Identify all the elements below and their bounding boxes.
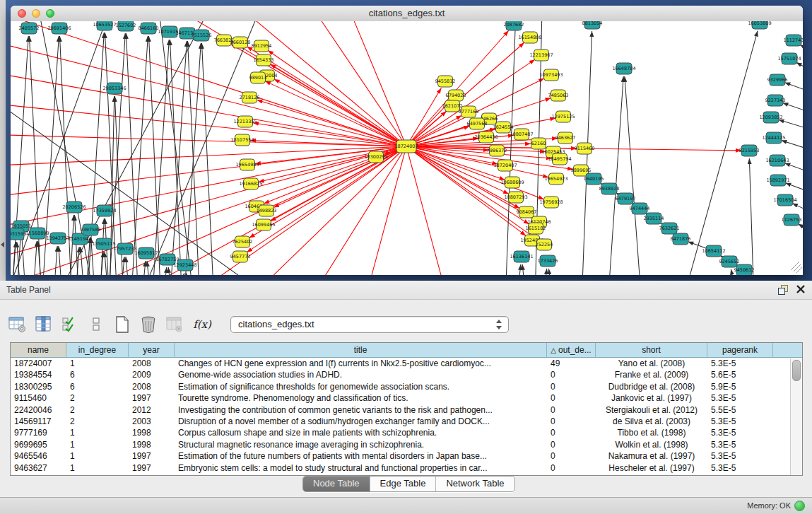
graph-node[interactable]: 12213355 <box>233 116 257 127</box>
graph-node[interactable]: 19654923 <box>544 173 567 185</box>
graph-node[interactable]: 9463627 <box>555 132 576 144</box>
table-row[interactable]: 1872400712008Changes of HCN gene express… <box>11 358 802 369</box>
graph-node[interactable]: 12444125 <box>762 132 785 144</box>
graph-node[interactable]: 9245652 <box>719 256 740 267</box>
graph-node[interactable]: 989013 <box>249 72 267 83</box>
column-header-name[interactable]: name <box>11 343 66 358</box>
graph-node[interactable]: 18107554 <box>230 134 254 146</box>
table-selector-combobox[interactable]: citations_edges.txt <box>230 316 509 333</box>
graph-node[interactable]: 12213967 <box>529 49 553 61</box>
graph-node[interactable]: 6479197 <box>616 193 636 204</box>
graph-node[interactable]: 18724007 <box>394 140 418 153</box>
table-row[interactable]: 1456911722003Disruption of a novel membe… <box>11 416 802 427</box>
network-graph[interactable]: 1872400718300295945581267940231621072977… <box>11 21 803 275</box>
graph-node[interactable]: 2935114 <box>644 213 664 224</box>
graph-node[interactable]: 6497568 <box>467 118 488 129</box>
graph-node[interactable]: 12093852 <box>759 112 782 123</box>
graph-node[interactable]: 1498823 <box>257 205 277 216</box>
graph-node[interactable]: 8912954 <box>252 40 272 52</box>
table-row[interactable]: 1830029562008Estimation of significance … <box>11 381 802 392</box>
graph-node[interactable]: 9457771 <box>230 251 251 262</box>
select-columns-check-icon[interactable] <box>59 314 81 335</box>
table-settings-icon[interactable] <box>7 314 28 335</box>
graph-node[interactable]: 16154808 <box>518 32 541 43</box>
column-header-short[interactable]: short <box>596 343 707 358</box>
table-column-icon[interactable] <box>33 314 54 335</box>
graph-node[interactable]: 19756928 <box>539 197 563 208</box>
graph-node[interactable]: 19166825 <box>239 178 262 189</box>
row-height-icon[interactable] <box>86 314 107 335</box>
graph-node[interactable]: 6794023 <box>446 90 466 101</box>
graph-node[interactable]: 8938928 <box>599 183 620 194</box>
graph-node[interactable]: 20364436 <box>474 132 498 143</box>
graph-node[interactable]: 10653527 <box>93 21 116 30</box>
graph-node[interactable]: 16210643 <box>765 155 789 166</box>
table-row[interactable]: 1938455462009Genome-wide association stu… <box>11 369 802 380</box>
table-scrollbar[interactable] <box>790 358 801 475</box>
graph-node[interactable]: 8215953 <box>739 145 760 156</box>
graph-node[interactable]: 2405572 <box>19 23 40 34</box>
column-header-in_degree[interactable]: in_degree <box>66 343 129 358</box>
graph-node[interactable]: 1654333 <box>254 54 274 66</box>
delete-trash-icon[interactable] <box>138 314 159 335</box>
graph-node[interactable]: 7986372 <box>487 145 507 156</box>
graph-node[interactable]: 16095817 <box>134 247 158 259</box>
graph-node[interactable]: 7485063 <box>548 90 569 101</box>
graph-node[interactable]: 62160 <box>531 138 546 149</box>
graph-node[interactable]: 19654983 <box>235 159 259 170</box>
graph-node[interactable]: 12975125 <box>551 111 575 122</box>
graph-node[interactable]: 9329966 <box>767 74 788 86</box>
graph-node[interactable]: 1527602 <box>116 21 136 31</box>
graph-node[interactable]: 7625402 <box>233 236 253 247</box>
graph-node[interactable]: 17957233 <box>113 243 136 255</box>
graph-node[interactable]: 20691406 <box>47 23 71 34</box>
network-canvas[interactable]: 1872400718300295945581267940231621072977… <box>11 21 803 275</box>
graph-node[interactable]: 16136141 <box>510 251 533 262</box>
table-row[interactable]: 969969511998Structural magnetic resonanc… <box>11 439 802 450</box>
graph-node[interactable]: 9397588 <box>81 224 101 235</box>
column-header-year[interactable]: year <box>129 343 175 358</box>
graph-node[interactable]: 7515526 <box>192 30 212 41</box>
graph-node[interactable]: 9931599 <box>11 228 26 240</box>
graph-node[interactable]: 9777169 <box>459 106 479 117</box>
graph-node[interactable]: 252254 <box>536 239 553 250</box>
graph-node[interactable]: 1126753 <box>782 214 802 226</box>
graph-node[interactable]: 15751074 <box>777 53 801 64</box>
graph-node[interactable]: 9115460 <box>575 143 595 154</box>
column-header-pagerank[interactable]: pagerank <box>707 343 773 358</box>
table-row[interactable]: 977716911998Corpus callosum shape and si… <box>11 427 802 438</box>
table-row[interactable]: 911546021997Tourette syndrome. Phenomeno… <box>11 392 802 404</box>
graph-node[interactable]: 2718126 <box>240 92 260 103</box>
graph-node[interactable]: 15892971 <box>766 175 789 186</box>
graph-node[interactable]: 16648784 <box>612 63 635 74</box>
graph-node[interactable]: 8813054 <box>582 21 603 29</box>
graph-node[interactable]: 10688609 <box>500 177 524 188</box>
graph-node[interactable]: 1615182 <box>526 223 546 234</box>
graph-node[interactable]: 1112743 <box>784 35 803 46</box>
graph-node[interactable]: 9455812 <box>435 76 456 87</box>
function-fx-icon[interactable]: f(x) <box>190 314 214 335</box>
graph-node[interactable]: 1733426 <box>538 255 558 267</box>
collapse-arrow-icon[interactable] <box>1 242 4 247</box>
graph-node[interactable]: 16053809 <box>748 21 771 29</box>
graph-node[interactable]: 13942757 <box>46 233 69 244</box>
graph-node[interactable]: 29053346 <box>102 83 126 94</box>
table-scrollbar-thumb[interactable] <box>792 360 801 381</box>
float-panel-icon[interactable] <box>778 285 788 295</box>
table-row[interactable]: 2242004622012Investigating the contribut… <box>11 404 802 416</box>
graph-node[interactable]: 9450612 <box>734 264 755 275</box>
graph-node[interactable]: 20206526 <box>62 201 86 213</box>
column-header-out_degree[interactable]: △out_de... <box>547 343 596 358</box>
table-row[interactable]: 946554611997Estimation of the future num… <box>11 450 802 462</box>
tab-network-table[interactable]: Network Table <box>436 477 514 491</box>
graph-node[interactable]: 1640195 <box>584 173 604 185</box>
graph-node[interactable]: 10654112 <box>702 245 725 257</box>
tab-node-table[interactable]: Node Table <box>303 477 370 491</box>
tab-edge-table[interactable]: Edge Table <box>370 477 437 491</box>
graph-node[interactable]: 8466160 <box>139 23 159 34</box>
graph-node[interactable]: 9660128 <box>230 37 251 48</box>
close-panel-icon[interactable] <box>796 284 806 294</box>
graph-node[interactable]: 9084067 <box>517 206 537 218</box>
graph-node[interactable]: 9227343 <box>765 95 786 106</box>
graph-node[interactable]: 9474444 <box>630 203 650 214</box>
